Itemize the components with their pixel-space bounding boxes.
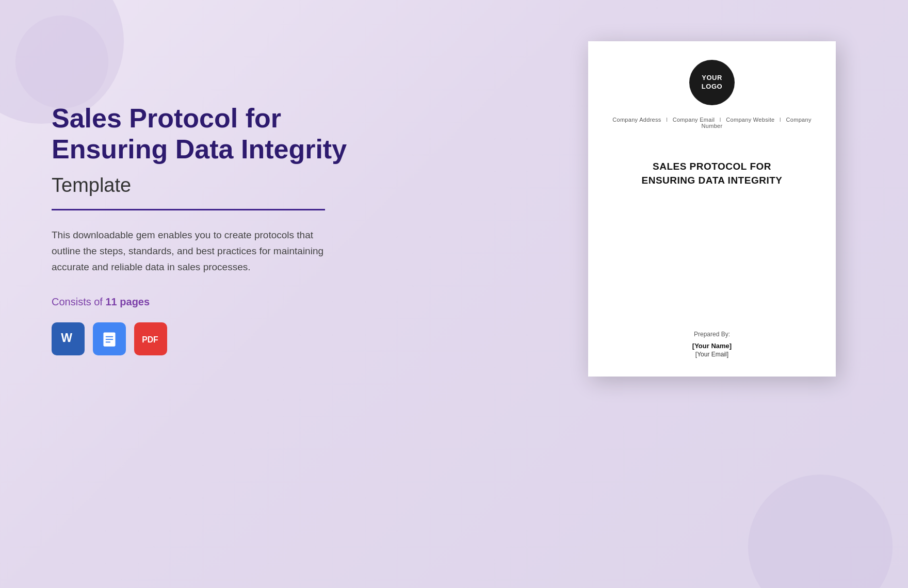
prepared-by-label: Prepared By: [692, 331, 732, 338]
svg-rect-4 [106, 336, 113, 337]
title-divider [52, 209, 325, 210]
page-count: 11 pages [105, 296, 150, 307]
decorative-circle-inner [15, 15, 108, 108]
company-info-line: Company Address I Company Email I Compan… [609, 117, 815, 129]
svg-rect-5 [106, 339, 113, 340]
subtitle: Template [52, 174, 382, 197]
description-text: This downloadable gem enables you to cre… [52, 227, 340, 275]
prepared-name: [Your Name] [692, 341, 732, 351]
prepared-section: Prepared By: [Your Name] [Your Email] [692, 331, 732, 358]
logo-line2: LOGO [702, 83, 722, 91]
docs-icon[interactable] [93, 322, 126, 355]
logo-circle: YOUR LOGO [689, 60, 735, 105]
company-address: Company Address [612, 117, 661, 123]
doc-title-line2: ENSURING DATA INTEGRITY [642, 174, 783, 188]
consists-line: Consists of 11 pages [52, 296, 382, 308]
left-panel: Sales Protocol for Ensuring Data Integri… [52, 103, 382, 355]
document-main-title: SALES PROTOCOL FOR ENSURING DATA INTEGRI… [642, 160, 783, 187]
document-preview: YOUR LOGO Company Address I Company Emai… [588, 41, 836, 377]
company-email: Company Email [673, 117, 715, 123]
consists-prefix: Consists of [52, 296, 105, 307]
svg-text:W: W [61, 331, 72, 345]
company-website: Company Website [726, 117, 774, 123]
prepared-email: [Your Email] [692, 351, 732, 358]
doc-title-line1: SALES PROTOCOL FOR [642, 160, 783, 174]
logo-line1: YOUR [702, 74, 722, 83]
pdf-icon[interactable]: PDF [134, 322, 167, 355]
separator-3: I [780, 117, 781, 123]
separator-2: I [720, 117, 721, 123]
svg-rect-6 [106, 341, 110, 342]
main-title: Sales Protocol for Ensuring Data Integri… [52, 103, 382, 165]
word-icon[interactable]: W [52, 322, 85, 355]
svg-text:PDF: PDF [142, 335, 158, 344]
format-icons-container: W PDF [52, 322, 382, 355]
separator-1: I [666, 117, 668, 123]
